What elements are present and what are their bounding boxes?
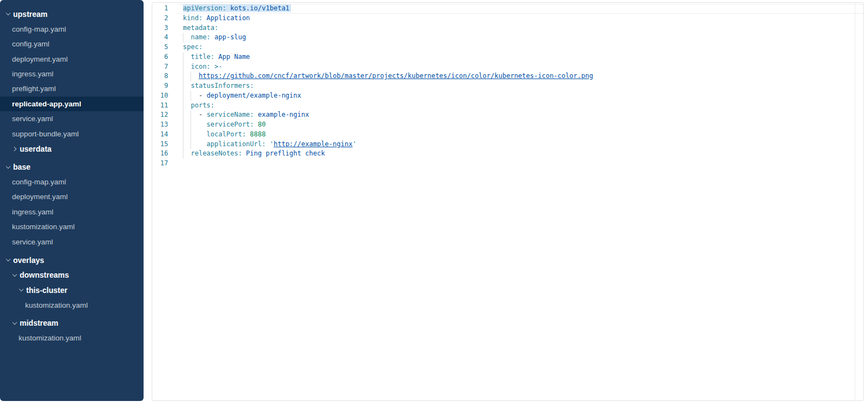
code-area[interactable]: apiVersion: kots.io/v1beta1kind: Applica… bbox=[183, 4, 855, 169]
chevron-down-icon[interactable] bbox=[19, 288, 23, 292]
chevron-down-icon[interactable] bbox=[5, 11, 10, 16]
line-number[interactable]: 10 bbox=[152, 91, 168, 101]
sidebar-item-userdata[interactable]: userdata bbox=[0, 141, 144, 156]
sidebar-item-kustomization.yaml[interactable]: kustomization.yaml bbox=[0, 297, 144, 312]
sidebar-item-kustomization.yaml[interactable]: kustomization.yaml bbox=[0, 219, 144, 234]
sidebar-item-service.yaml[interactable]: service.yaml bbox=[0, 235, 144, 249]
code-token-key: apiVersion: bbox=[183, 4, 226, 12]
sidebar-item-support-bundle.yaml[interactable]: support-bundle.yaml bbox=[0, 127, 144, 141]
code-line[interactable]: applicationUrl: 'http://example-nginx' bbox=[183, 140, 855, 149]
line-number[interactable]: 16 bbox=[152, 149, 168, 159]
line-number[interactable]: 13 bbox=[152, 120, 168, 130]
sidebar-item-base[interactable]: base bbox=[0, 159, 144, 174]
file-label: config.yaml bbox=[12, 40, 49, 48]
code-line[interactable]: apiVersion: kots.io/v1beta1 bbox=[183, 4, 855, 14]
file-label: ingress.yaml bbox=[12, 70, 53, 78]
file-label: support-bundle.yaml bbox=[12, 130, 79, 138]
code-line[interactable]: name: app-slug bbox=[183, 33, 855, 43]
code-token-plain bbox=[266, 140, 270, 148]
line-number[interactable]: 6 bbox=[152, 52, 168, 62]
code-link-url[interactable]: https://github.com/cncf/artwork/blob/mas… bbox=[199, 72, 593, 80]
code-line[interactable]: - deployment/example-nginx bbox=[183, 91, 855, 101]
line-numbers-gutter: 1234567891011121314151617 bbox=[152, 4, 183, 169]
code-token-plain bbox=[183, 130, 206, 138]
code-token-plain bbox=[183, 121, 206, 128]
line-number[interactable]: 4 bbox=[152, 33, 168, 43]
code-token-plain bbox=[183, 111, 199, 118]
code-token-key: statusInformers: bbox=[191, 82, 254, 89]
code-line[interactable]: servicePort: 80 bbox=[183, 120, 855, 130]
sidebar-item-service.yaml[interactable]: service.yaml bbox=[0, 111, 144, 126]
code-line[interactable]: ports: bbox=[183, 101, 855, 111]
sidebar-item-replicated-app.yaml[interactable]: replicated-app.yaml bbox=[0, 97, 144, 111]
code-line[interactable] bbox=[183, 159, 855, 169]
folder-label: overlays bbox=[13, 256, 44, 265]
chevron-right-icon[interactable] bbox=[12, 146, 17, 151]
chevron-down-icon[interactable] bbox=[5, 258, 10, 262]
line-number[interactable]: 12 bbox=[152, 110, 168, 120]
folder-label: userdata bbox=[20, 145, 51, 153]
sidebar-item-deployment.yaml[interactable]: deployment.yaml bbox=[0, 189, 144, 204]
code-link-url[interactable]: http://example-nginx bbox=[274, 140, 353, 148]
code-token-val: example-nginx bbox=[258, 111, 309, 118]
sidebar-item-ingress.yaml[interactable]: ingress.yaml bbox=[0, 67, 144, 81]
folder-label: upstream bbox=[13, 10, 47, 19]
sidebar-item-ingress.yaml[interactable]: ingress.yaml bbox=[0, 205, 144, 219]
line-number[interactable]: 1 bbox=[152, 4, 168, 14]
sidebar-item-deployment.yaml[interactable]: deployment.yaml bbox=[0, 51, 144, 66]
selected-text: apiVersion: kots.io/v1beta1 bbox=[183, 4, 291, 12]
file-tree-sidebar: upstreamconfig-map.yamlconfig.yamldeploy… bbox=[0, 0, 144, 401]
sidebar-item-downstreams[interactable]: downstreams bbox=[0, 267, 144, 282]
code-line[interactable]: title: App Name bbox=[183, 52, 855, 62]
code-token-plain bbox=[183, 149, 191, 157]
file-label: kustomization.yaml bbox=[19, 334, 81, 342]
line-number[interactable]: 15 bbox=[152, 140, 168, 149]
line-number[interactable]: 17 bbox=[152, 159, 168, 169]
line-number[interactable]: 5 bbox=[152, 43, 168, 52]
line-number[interactable]: 2 bbox=[152, 14, 168, 23]
line-number[interactable]: 8 bbox=[152, 71, 168, 81]
code-line[interactable]: statusInformers: bbox=[183, 81, 855, 91]
sidebar-item-config-map.yaml[interactable]: config-map.yaml bbox=[0, 21, 144, 36]
code-token-val: App Name bbox=[218, 53, 250, 61]
code-token-plain bbox=[226, 4, 230, 12]
line-number[interactable]: 9 bbox=[152, 81, 168, 91]
code-token-key: servicePort: bbox=[206, 121, 254, 128]
sidebar-item-overlays[interactable]: overlays bbox=[0, 253, 144, 267]
sidebar-item-config-map.yaml[interactable]: config-map.yaml bbox=[0, 175, 144, 189]
sidebar-item-this-cluster[interactable]: this-cluster bbox=[0, 283, 144, 297]
code-line[interactable]: releaseNotes: Ping preflight check bbox=[183, 149, 855, 159]
code-token-val: app-slug bbox=[215, 33, 246, 41]
code-token-plain bbox=[183, 63, 191, 70]
code-line[interactable]: metadata: bbox=[183, 23, 855, 33]
code-line[interactable]: icon: >- bbox=[183, 62, 855, 72]
file-label: ingress.yaml bbox=[12, 208, 53, 216]
code-token-plain bbox=[183, 92, 199, 99]
code-line[interactable]: localPort: 8888 bbox=[183, 130, 855, 140]
sidebar-item-preflight.yaml[interactable]: preflight.yaml bbox=[0, 81, 144, 96]
sidebar-item-upstream[interactable]: upstream bbox=[0, 7, 144, 21]
line-number[interactable]: 7 bbox=[152, 62, 168, 72]
code-editor[interactable]: 1234567891011121314151617 apiVersion: ko… bbox=[152, 2, 864, 401]
code-line[interactable]: https://github.com/cncf/artwork/blob/mas… bbox=[183, 71, 855, 81]
code-token-plain bbox=[211, 33, 215, 41]
code-line[interactable]: kind: Application bbox=[183, 14, 855, 23]
code-line[interactable]: spec: bbox=[183, 43, 855, 52]
file-label: preflight.yaml bbox=[12, 85, 56, 93]
line-number[interactable]: 3 bbox=[152, 23, 168, 33]
chevron-down-icon[interactable] bbox=[5, 165, 10, 170]
line-number[interactable]: 14 bbox=[152, 130, 168, 140]
sidebar-item-midstream[interactable]: midstream bbox=[0, 316, 144, 331]
editor-scrollbar[interactable] bbox=[855, 3, 863, 400]
folder-label: downstreams bbox=[20, 271, 69, 279]
chevron-down-icon[interactable] bbox=[12, 273, 17, 278]
line-number[interactable]: 11 bbox=[152, 101, 168, 111]
code-token-plain bbox=[183, 33, 191, 41]
sidebar-item-config.yaml[interactable]: config.yaml bbox=[0, 37, 144, 51]
sidebar-item-kustomization.yaml[interactable]: kustomization.yaml bbox=[0, 331, 144, 345]
chevron-down-icon[interactable] bbox=[12, 321, 17, 326]
code-line[interactable]: - serviceName: example-nginx bbox=[183, 110, 855, 120]
code-token-key: localPort: bbox=[206, 130, 246, 138]
code-token-plain bbox=[242, 149, 246, 157]
file-label: service.yaml bbox=[12, 238, 53, 246]
